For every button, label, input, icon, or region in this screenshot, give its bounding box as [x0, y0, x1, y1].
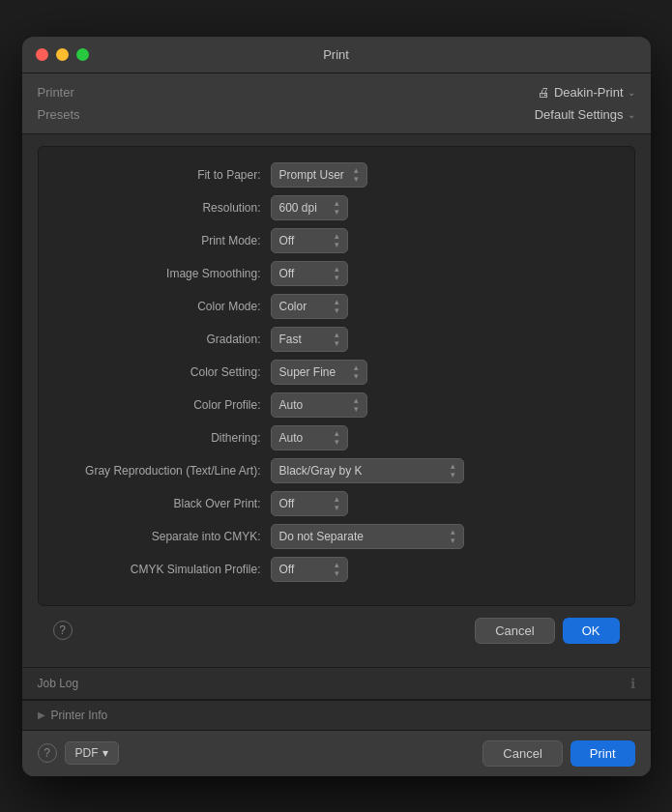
- select-arrows-icon-12: ▴▾: [335, 561, 339, 578]
- presets-row: Presets Default Settings ⌄: [38, 103, 635, 126]
- settings-row-11: Separate into CMYK:Do not Separate▴▾: [58, 524, 615, 549]
- settings-label-9: Gray Reproduction (Text/Line Art):: [58, 464, 271, 478]
- settings-label-10: Black Over Print:: [58, 497, 271, 510]
- settings-label-0: Fit to Paper:: [58, 168, 271, 182]
- settings-row-10: Black Over Print:Off▴▾: [58, 491, 615, 516]
- select-arrows-icon-0: ▴▾: [354, 166, 359, 184]
- settings-row-12: CMYK Simulation Profile:Off▴▾: [58, 557, 615, 582]
- settings-label-1: Resolution:: [58, 201, 271, 215]
- settings-control-1: 600 dpi▴▾: [271, 195, 615, 220]
- dialog-footer: ? Cancel OK: [38, 606, 635, 655]
- printer-info-bar[interactable]: ▶ Printer Info: [22, 700, 651, 730]
- presets-name: Default Settings: [535, 107, 624, 122]
- select-2[interactable]: Off▴▾: [271, 228, 348, 253]
- settings-panel: Fit to Paper:Prompt User▴▾Resolution:600…: [38, 146, 635, 606]
- settings-label-12: CMYK Simulation Profile:: [58, 563, 271, 576]
- select-3[interactable]: Off▴▾: [271, 261, 348, 286]
- bottom-right: Cancel Print: [482, 740, 634, 767]
- settings-label-11: Separate into CMYK:: [58, 530, 271, 543]
- window-title: Print: [323, 47, 349, 62]
- settings-row-5: Gradation:Fast▴▾: [58, 327, 615, 352]
- select-8[interactable]: Auto▴▾: [271, 425, 348, 450]
- select-6[interactable]: Super Fine▴▾: [271, 360, 367, 385]
- select-7[interactable]: Auto▴▾: [271, 392, 367, 418]
- main-content: Fit to Paper:Prompt User▴▾Resolution:600…: [22, 134, 651, 667]
- print-dialog: Print Printer 🖨 Deakin-Print ⌄ Presets D…: [22, 37, 651, 776]
- pdf-button[interactable]: PDF ▾: [65, 741, 119, 765]
- settings-row-6: Color Setting:Super Fine▴▾: [58, 360, 615, 385]
- select-arrows-icon-2: ▴▾: [335, 232, 339, 249]
- settings-label-4: Color Mode:: [58, 300, 271, 313]
- bottom-cancel-button[interactable]: Cancel: [482, 740, 562, 767]
- printer-arrow: ⌄: [628, 87, 635, 98]
- select-arrows-icon-1: ▴▾: [335, 199, 339, 217]
- select-arrows-icon-10: ▴▾: [335, 495, 339, 512]
- settings-label-7: Color Profile:: [58, 398, 271, 412]
- printer-name: Deakin-Print: [554, 85, 624, 100]
- select-arrows-icon-11: ▴▾: [451, 528, 455, 545]
- select-11[interactable]: Do not Separate▴▾: [271, 524, 464, 549]
- settings-row-9: Gray Reproduction (Text/Line Art):Black/…: [58, 458, 615, 483]
- settings-control-9: Black/Gray by K▴▾: [271, 458, 615, 483]
- settings-control-5: Fast▴▾: [271, 327, 615, 352]
- presets-label: Presets: [38, 107, 80, 122]
- settings-label-8: Dithering:: [58, 431, 271, 445]
- settings-label-6: Color Setting:: [58, 365, 271, 379]
- settings-control-4: Color▴▾: [271, 294, 615, 319]
- printer-info-label: Printer Info: [51, 709, 108, 722]
- job-log-label: Job Log: [38, 677, 79, 690]
- bottom-help-button[interactable]: ?: [38, 743, 57, 763]
- settings-control-10: Off▴▾: [271, 491, 615, 516]
- printer-selector[interactable]: 🖨 Deakin-Print ⌄: [538, 85, 635, 100]
- pdf-label: PDF: [75, 746, 99, 760]
- select-arrows-icon-4: ▴▾: [335, 298, 339, 315]
- settings-control-8: Auto▴▾: [271, 425, 615, 450]
- settings-row-0: Fit to Paper:Prompt User▴▾: [58, 162, 615, 188]
- settings-control-2: Off▴▾: [271, 228, 615, 253]
- job-log-bar: Job Log ℹ: [22, 668, 651, 699]
- minimize-button[interactable]: [56, 48, 69, 61]
- select-0[interactable]: Prompt User▴▾: [271, 162, 367, 188]
- settings-row-8: Dithering:Auto▴▾: [58, 425, 615, 450]
- maximize-button[interactable]: [76, 48, 89, 61]
- print-button[interactable]: Print: [570, 740, 635, 767]
- settings-label-3: Image Smoothing:: [58, 267, 271, 280]
- settings-rows: Fit to Paper:Prompt User▴▾Resolution:600…: [58, 162, 615, 582]
- bottom-left: ? PDF ▾: [38, 741, 119, 765]
- select-12[interactable]: Off▴▾: [271, 557, 348, 582]
- help-button[interactable]: ?: [53, 621, 73, 640]
- select-arrows-icon-6: ▴▾: [354, 363, 359, 381]
- select-arrows-icon-9: ▴▾: [451, 462, 455, 479]
- presets-arrow: ⌄: [628, 109, 635, 120]
- settings-control-0: Prompt User▴▾: [271, 162, 615, 188]
- select-5[interactable]: Fast▴▾: [271, 327, 348, 352]
- select-arrows-icon-7: ▴▾: [354, 396, 359, 414]
- settings-control-11: Do not Separate▴▾: [271, 524, 615, 549]
- settings-row-4: Color Mode:Color▴▾: [58, 294, 615, 319]
- settings-control-3: Off▴▾: [271, 261, 615, 286]
- toolbar: Printer 🖨 Deakin-Print ⌄ Presets Default…: [22, 73, 651, 134]
- ok-button[interactable]: OK: [563, 618, 620, 644]
- printer-row: Printer 🖨 Deakin-Print ⌄: [38, 81, 635, 103]
- select-arrows-icon-3: ▴▾: [335, 265, 339, 282]
- settings-control-7: Auto▴▾: [271, 392, 615, 418]
- cancel-button[interactable]: Cancel: [475, 618, 554, 644]
- settings-label-5: Gradation:: [58, 333, 271, 346]
- printer-label: Printer: [38, 85, 74, 100]
- settings-row-7: Color Profile:Auto▴▾: [58, 392, 615, 418]
- expand-arrow-icon: ▶: [38, 710, 45, 720]
- settings-label-2: Print Mode:: [58, 234, 271, 247]
- presets-selector[interactable]: Default Settings ⌄: [535, 107, 635, 122]
- select-arrows-icon-5: ▴▾: [335, 331, 339, 348]
- select-4[interactable]: Color▴▾: [271, 294, 348, 319]
- dialog-buttons: Cancel OK: [475, 618, 619, 644]
- settings-row-3: Image Smoothing:Off▴▾: [58, 261, 615, 286]
- bottom-toolbar: ? PDF ▾ Cancel Print: [22, 730, 651, 776]
- select-9[interactable]: Black/Gray by K▴▾: [271, 458, 464, 483]
- select-10[interactable]: Off▴▾: [271, 491, 348, 516]
- printer-icon: 🖨: [538, 85, 550, 100]
- info-icon: ℹ: [630, 676, 635, 691]
- close-button[interactable]: [36, 48, 48, 61]
- settings-row-1: Resolution:600 dpi▴▾: [58, 195, 615, 220]
- select-1[interactable]: 600 dpi▴▾: [271, 195, 348, 220]
